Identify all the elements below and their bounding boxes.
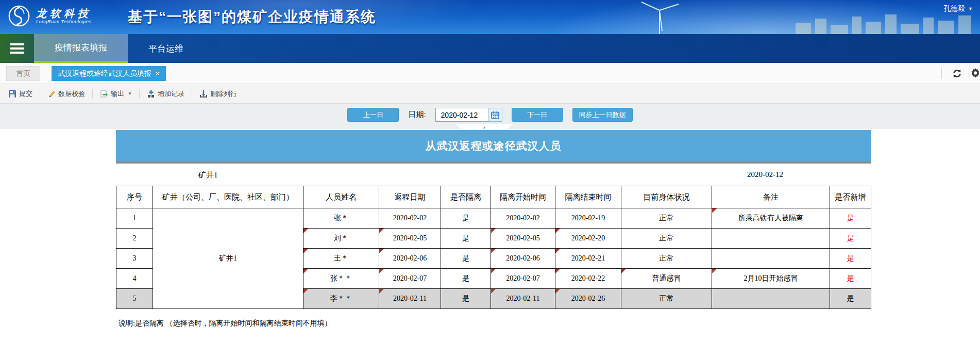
cell-health-status[interactable]: 正常	[621, 249, 712, 269]
cell-is-new: 是	[830, 289, 871, 309]
add-record-button[interactable]: 增加记录	[144, 89, 188, 99]
calendar-icon	[491, 111, 499, 119]
comment-marker	[303, 229, 308, 233]
sync-previous-day-button[interactable]: 同步上一日数据	[572, 108, 633, 122]
cell-person-name[interactable]: 张＊	[303, 208, 379, 229]
cell-quarantine-start[interactable]: 2020-02-07	[491, 269, 555, 289]
logo-cn-text: 龙软科技	[36, 8, 92, 19]
refresh-button[interactable]	[948, 69, 966, 78]
prev-day-button[interactable]: 上一日	[347, 108, 399, 122]
cell-return-date[interactable]: 2020-02-07	[379, 269, 441, 289]
report-meta-row: 矿井1 2020-02-12	[116, 168, 871, 183]
cell-row-number: 4	[116, 269, 153, 289]
cell-is-quarantined[interactable]: 是	[441, 208, 491, 229]
cell-quarantine-end[interactable]: 2020-02-26	[555, 289, 621, 309]
tabbar-actions	[941, 63, 980, 84]
comment-marker	[379, 289, 384, 294]
cell-quarantine-start[interactable]: 2020-02-02	[491, 208, 555, 229]
cell-return-date[interactable]: 2020-02-11	[379, 289, 441, 309]
cell-remark[interactable]: 所乘高铁有人被隔离	[712, 208, 830, 229]
table-row: 1矿井1张＊2020-02-02是2020-02-022020-02-19正常所…	[116, 208, 871, 229]
tab-home[interactable]: 首页	[6, 66, 40, 81]
date-input[interactable]	[435, 108, 488, 122]
city-skyline-decoration	[795, 13, 980, 34]
cell-health-status[interactable]: 正常	[621, 229, 712, 249]
collapse-arrow-icon: ▲	[483, 125, 486, 129]
comment-marker	[555, 269, 560, 273]
tab-close-icon[interactable]: ×	[156, 70, 160, 77]
cell-return-date[interactable]: 2020-02-02	[379, 208, 441, 229]
save-icon	[8, 90, 16, 98]
delete-row-button[interactable]: 删除列行	[196, 89, 240, 99]
report-note: 说明:是否隔离 （选择否时，隔离开始时间和隔离结束时间不用填）	[119, 319, 331, 328]
cell-return-date[interactable]: 2020-02-06	[379, 249, 441, 269]
refresh-icon	[952, 69, 962, 78]
comment-marker	[555, 289, 560, 294]
cell-is-quarantined[interactable]: 是	[441, 249, 491, 269]
data-validate-button[interactable]: 数据校验	[44, 89, 88, 99]
cell-is-quarantined[interactable]: 是	[441, 289, 491, 309]
report-panel: 从武汉返程或途径武汉人员 矿井1 2020-02-12 序号矿井（公司、厂、医院…	[0, 129, 980, 341]
cell-health-status[interactable]: 正常	[621, 208, 712, 229]
cell-person-name[interactable]: 李＊＊	[303, 289, 379, 309]
cell-mine[interactable]: 矿井1	[153, 208, 303, 309]
validate-icon	[47, 90, 56, 98]
user-menu[interactable]: 孔德毅 ▼	[943, 4, 973, 13]
cell-quarantine-start[interactable]: 2020-02-05	[491, 229, 555, 249]
export-button[interactable]: 输出 ▼	[97, 89, 135, 99]
report-date: 2020-02-12	[747, 170, 783, 179]
cell-quarantine-end[interactable]: 2020-02-22	[555, 269, 621, 289]
user-name: 孔德毅	[943, 4, 965, 13]
cell-quarantine-end[interactable]: 2020-02-19	[555, 208, 621, 229]
cell-is-new: 是	[830, 208, 871, 229]
comment-marker	[491, 289, 496, 294]
tab-wuhan-report[interactable]: 武汉返程或途经武汉人员填报 ×	[52, 66, 166, 81]
cell-person-name[interactable]: 刘＊	[303, 229, 379, 249]
tab-label: 首页	[16, 69, 30, 78]
nav-tab-report-filling[interactable]: 疫情报表填报	[34, 34, 128, 63]
cell-remark[interactable]	[712, 289, 830, 309]
longruan-logo-icon	[7, 4, 31, 28]
cell-quarantine-start[interactable]: 2020-02-06	[491, 249, 555, 269]
cell-quarantine-end[interactable]: 2020-02-20	[555, 229, 621, 249]
column-header: 隔离结束时间	[555, 186, 621, 208]
export-icon	[100, 90, 108, 98]
comment-marker	[491, 249, 496, 253]
comment-marker	[379, 249, 384, 253]
table-body: 1矿井1张＊2020-02-02是2020-02-022020-02-19正常所…	[116, 208, 871, 309]
cell-is-quarantined[interactable]: 是	[441, 229, 491, 249]
cell-health-status[interactable]: 正常	[621, 289, 712, 309]
cell-return-date[interactable]: 2020-02-05	[379, 229, 441, 249]
column-header: 是否新增	[830, 186, 871, 208]
calendar-picker-button[interactable]	[488, 108, 502, 122]
cell-person-name[interactable]: 张＊＊	[303, 269, 379, 289]
cell-quarantine-start[interactable]: 2020-02-11	[491, 289, 555, 309]
divider	[941, 68, 942, 79]
date-label: 日期:	[408, 110, 426, 120]
toolbar-item-label: 数据校验	[58, 89, 85, 99]
cell-person-name[interactable]: 王＊	[303, 249, 379, 269]
hamburger-menu-button[interactable]	[0, 34, 34, 63]
comment-marker	[621, 269, 626, 273]
cell-remark[interactable]	[712, 249, 830, 269]
chevron-down-icon: ▼	[128, 91, 132, 96]
cell-row-number: 1	[116, 208, 153, 229]
divider	[40, 89, 40, 99]
cell-health-status[interactable]: 普通感冒	[621, 269, 712, 289]
comment-marker	[379, 229, 384, 233]
add-record-icon	[147, 90, 155, 98]
next-day-button[interactable]: 下一日	[512, 108, 563, 122]
cell-is-quarantined[interactable]: 是	[441, 269, 491, 289]
cell-remark[interactable]	[712, 229, 830, 249]
cell-quarantine-end[interactable]: 2020-02-21	[555, 249, 621, 269]
cell-row-number: 3	[116, 249, 153, 269]
cell-remark[interactable]: 2月10日开始感冒	[712, 269, 830, 289]
settings-button[interactable]	[966, 68, 980, 78]
report-title: 从武汉返程或途径武汉人员	[426, 139, 562, 153]
comment-marker	[555, 229, 560, 233]
nav-tab-label: 平台运维	[148, 43, 183, 55]
nav-tab-platform-ops[interactable]: 平台运维	[128, 34, 204, 63]
toolbar-item-label: 提交	[19, 89, 32, 99]
comment-marker	[712, 208, 717, 213]
submit-button[interactable]: 提交	[5, 89, 36, 99]
